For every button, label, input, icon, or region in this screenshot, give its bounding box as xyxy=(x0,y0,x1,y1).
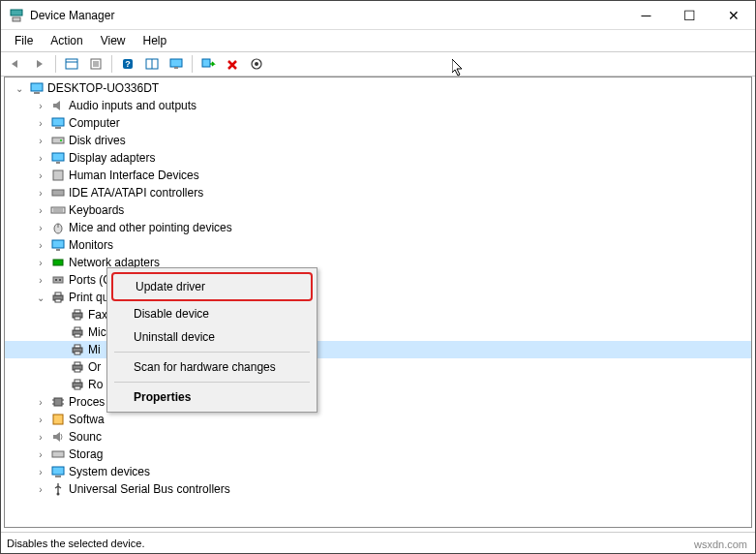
expand-spacer xyxy=(53,378,67,391)
svg-rect-63 xyxy=(52,467,64,475)
svg-text:?: ? xyxy=(125,59,131,69)
tree-node-label: Human Interface Devices xyxy=(69,169,199,182)
printer-icon xyxy=(70,359,85,375)
chevron-right-icon[interactable]: › xyxy=(34,430,47,444)
menu-file[interactable]: File xyxy=(7,32,41,49)
svg-point-37 xyxy=(59,279,61,281)
tree-node-label: Proces xyxy=(69,395,105,409)
show-hidden-button[interactable] xyxy=(61,53,82,75)
chevron-right-icon[interactable]: › xyxy=(34,273,47,287)
close-button[interactable]: ✕ xyxy=(711,1,755,30)
svg-rect-2 xyxy=(66,59,77,69)
chevron-right-icon[interactable]: › xyxy=(34,413,47,426)
tree-node-label: Computer xyxy=(69,116,120,130)
menu-help[interactable]: Help xyxy=(136,32,175,49)
svg-rect-56 xyxy=(54,398,62,406)
printer-icon xyxy=(50,290,66,305)
tree-node-label: Monitors xyxy=(69,238,113,252)
maximize-button[interactable]: ☐ xyxy=(668,1,711,30)
tree-node[interactable]: ›Computer xyxy=(5,114,751,132)
chevron-right-icon[interactable]: › xyxy=(34,238,47,252)
chevron-right-icon[interactable]: › xyxy=(34,99,47,112)
update-button[interactable] xyxy=(246,53,267,75)
tree-node-label: Keyboards xyxy=(69,203,124,217)
window-title: Device Manager xyxy=(30,9,624,22)
context-item[interactable]: Uninstall device xyxy=(110,325,314,349)
uninstall-button[interactable] xyxy=(222,53,243,75)
computer-icon xyxy=(50,115,66,131)
status-text: Disables the selected device. xyxy=(7,538,144,549)
tree-node-label: Universal Serial Bus controllers xyxy=(69,482,230,496)
tree-node[interactable]: ›Softwa xyxy=(5,411,751,428)
svg-rect-20 xyxy=(55,127,61,129)
back-button[interactable] xyxy=(5,53,26,75)
tree-node-label: Sounc xyxy=(69,430,102,444)
help-button[interactable]: ? xyxy=(117,53,138,75)
context-item[interactable]: Scan for hardware changes xyxy=(110,355,314,379)
tree-node-label: Fax xyxy=(88,308,107,322)
context-item[interactable]: Properties xyxy=(110,385,314,409)
view-button[interactable] xyxy=(141,53,163,75)
tree-node[interactable]: ›Mice and other pointing devices xyxy=(5,219,751,236)
tree-node[interactable]: ›Sounc xyxy=(5,428,751,446)
tree-node[interactable]: ›Human Interface Devices xyxy=(5,167,751,184)
forward-button[interactable] xyxy=(29,53,50,75)
tree-node[interactable]: ›Disk drives xyxy=(5,132,751,149)
disk-icon xyxy=(50,133,66,148)
menu-action[interactable]: Action xyxy=(43,32,90,49)
chevron-right-icon[interactable]: › xyxy=(34,134,47,147)
chevron-right-icon[interactable]: › xyxy=(34,395,47,409)
titlebar: Device Manager ─ ☐ ✕ xyxy=(1,1,755,30)
audio-icon xyxy=(50,98,66,113)
chevron-right-icon[interactable]: › xyxy=(34,151,47,165)
svg-rect-32 xyxy=(52,240,64,248)
chevron-right-icon[interactable]: › xyxy=(34,186,47,200)
tree-root[interactable]: ⌄DESKTOP-UO336DT xyxy=(5,79,751,97)
ide-icon xyxy=(50,185,66,200)
chevron-right-icon[interactable]: › xyxy=(34,221,47,234)
menu-view[interactable]: View xyxy=(93,32,134,49)
svg-rect-18 xyxy=(34,92,40,94)
chevron-right-icon[interactable]: › xyxy=(34,169,47,182)
display-button[interactable] xyxy=(166,53,187,75)
svg-rect-45 xyxy=(75,327,80,330)
tree-node[interactable]: ›Display adapters xyxy=(5,149,751,167)
tree-node[interactable]: ›Monitors xyxy=(5,236,751,254)
tree-node-label: Display adapters xyxy=(69,151,155,165)
svg-rect-12 xyxy=(170,59,182,67)
printer-icon xyxy=(70,307,85,323)
highlight-box: Update driver xyxy=(111,272,313,301)
tree-node[interactable]: ›Keyboards xyxy=(5,201,751,219)
mouse-icon xyxy=(50,220,66,235)
tree-node[interactable]: ›Universal Serial Bus controllers xyxy=(5,480,751,498)
chevron-down-icon[interactable]: ⌄ xyxy=(34,291,47,304)
tree-node[interactable]: ›Storag xyxy=(5,446,751,463)
properties-button[interactable] xyxy=(85,53,106,75)
chevron-right-icon[interactable]: › xyxy=(34,482,47,496)
tree-node[interactable]: ›Audio inputs and outputs xyxy=(5,97,751,114)
minimize-button[interactable]: ─ xyxy=(624,1,668,30)
svg-point-65 xyxy=(57,493,60,496)
context-item[interactable]: Disable device xyxy=(110,302,314,325)
svg-rect-27 xyxy=(51,207,65,213)
svg-rect-0 xyxy=(11,10,22,15)
svg-rect-49 xyxy=(75,352,80,354)
scan-button[interactable] xyxy=(197,53,219,75)
tree-node[interactable]: ›IDE ATA/ATAPI controllers xyxy=(5,184,751,201)
tree-node-label: Audio inputs and outputs xyxy=(69,99,197,112)
chevron-down-icon[interactable]: ⌄ xyxy=(13,81,26,95)
chevron-right-icon[interactable]: › xyxy=(34,256,47,269)
tree-node-label: Softwa xyxy=(69,413,105,426)
chevron-right-icon[interactable]: › xyxy=(34,203,47,217)
context-item[interactable]: Update driver xyxy=(110,272,314,301)
chevron-right-icon[interactable]: › xyxy=(34,447,47,461)
menubar: File Action View Help xyxy=(1,30,755,51)
svg-rect-33 xyxy=(56,249,60,251)
chevron-right-icon[interactable]: › xyxy=(34,116,47,130)
hid-icon xyxy=(50,168,66,183)
svg-rect-48 xyxy=(75,345,80,348)
chevron-right-icon[interactable]: › xyxy=(34,465,47,478)
svg-rect-24 xyxy=(56,162,60,164)
svg-point-36 xyxy=(55,279,57,281)
tree-node[interactable]: ›System devices xyxy=(5,463,751,480)
